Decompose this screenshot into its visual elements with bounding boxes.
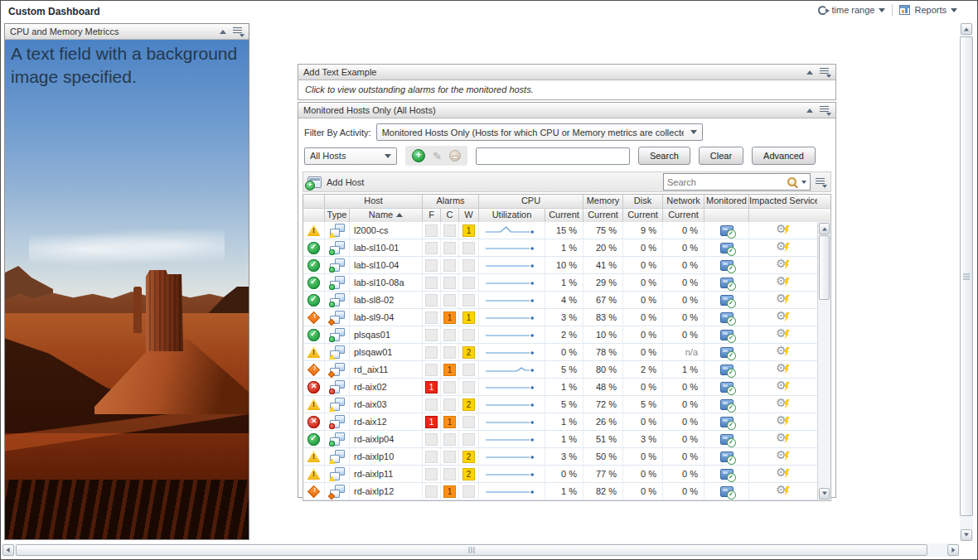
monitored-cell[interactable]	[704, 379, 749, 395]
add-host-icon[interactable]	[307, 176, 322, 188]
reports-menu[interactable]: Reports	[899, 5, 957, 15]
scroll-left-button[interactable]	[2, 544, 14, 556]
host-name[interactable]: lab-sl9-04	[350, 309, 423, 326]
cpu-utilization-sparkline[interactable]	[479, 222, 545, 239]
column-header-memory[interactable]: Memory	[583, 195, 623, 208]
monitored-cell[interactable]	[704, 396, 749, 413]
monitored-cell[interactable]	[704, 413, 749, 430]
column-header-utilization[interactable]: Utilization	[479, 209, 545, 222]
column-header-disk[interactable]: Disk	[623, 195, 663, 208]
search-icon[interactable]	[787, 176, 798, 188]
monitored-cell[interactable]	[704, 292, 749, 308]
table-row[interactable]: lab-sl9-04113 %83 %0 %0 %	[303, 309, 817, 326]
collapse-icon[interactable]	[806, 70, 813, 75]
fatal-alarm-cell[interactable]: 1	[423, 379, 441, 395]
edit-icon[interactable]	[433, 150, 442, 162]
vertical-scrollbar[interactable]	[960, 23, 973, 541]
panel-menu-icon[interactable]	[233, 27, 244, 36]
host-name[interactable]: rd-aix03	[350, 396, 423, 413]
table-row[interactable]: rd-aixlp041 %51 %3 %0 %	[303, 431, 817, 448]
cpu-utilization-sparkline[interactable]	[479, 413, 545, 430]
cpu-utilization-sparkline[interactable]	[479, 292, 545, 308]
critical-alarm-cell[interactable]: 1	[441, 413, 459, 430]
warning-alarm-cell[interactable]: 1	[459, 309, 479, 326]
warning-alarm-cell[interactable]: 2	[459, 344, 479, 360]
monitored-cell[interactable]	[704, 344, 749, 360]
collapse-icon[interactable]	[220, 30, 226, 34]
impacted-services-cell[interactable]	[749, 309, 817, 326]
scope-select[interactable]: All Hosts	[304, 147, 397, 165]
impacted-services-cell[interactable]	[749, 379, 817, 395]
warning-alarm-cell[interactable]: 2	[459, 396, 479, 413]
cpu-utilization-sparkline[interactable]	[479, 483, 545, 500]
table-row[interactable]: rd-aixlp1023 %50 %0 %0 %	[303, 448, 817, 466]
cpu-utilization-sparkline[interactable]	[479, 309, 545, 326]
column-header-cpu-current[interactable]: Current	[545, 209, 583, 222]
collapse-icon[interactable]	[806, 109, 813, 113]
scroll-up-button[interactable]	[961, 23, 972, 35]
scroll-down-button[interactable]	[961, 529, 972, 541]
table-row[interactable]: lab-sl10-0410 %41 %0 %0 %	[303, 257, 817, 274]
critical-alarm-cell[interactable]: 1	[441, 309, 459, 326]
impacted-services-cell[interactable]	[749, 344, 817, 360]
clear-button[interactable]: Clear	[699, 147, 743, 165]
cpu-utilization-sparkline[interactable]	[479, 448, 545, 465]
table-search-input[interactable]	[667, 177, 783, 187]
panel-menu-icon[interactable]	[820, 67, 830, 77]
host-name[interactable]: rd-aix12	[350, 413, 423, 430]
impacted-services-cell[interactable]	[749, 431, 817, 447]
table-menu-icon[interactable]	[816, 177, 826, 187]
warning-alarm-cell[interactable]: 2	[459, 448, 479, 465]
scrollbar-thumb[interactable]	[960, 36, 973, 516]
host-search-input[interactable]	[476, 147, 630, 165]
time-range-menu[interactable]: time range	[818, 5, 885, 15]
host-name[interactable]: rd-aix02	[350, 379, 423, 395]
impacted-services-cell[interactable]	[749, 257, 817, 273]
impacted-services-cell[interactable]	[749, 274, 817, 291]
table-row[interactable]: rd-aixlp1120 %77 %0 %0 %	[303, 466, 817, 483]
column-header-warning[interactable]: W	[459, 209, 479, 222]
warning-alarm-cell[interactable]: 1	[459, 222, 479, 239]
activity-filter-select[interactable]: Monitored Hosts Only (Hosts for which CP…	[376, 123, 703, 141]
warning-alarm-cell[interactable]: 2	[459, 466, 479, 482]
column-header-type[interactable]: Type	[325, 209, 350, 222]
impacted-services-cell[interactable]	[749, 483, 817, 500]
impacted-services-cell[interactable]	[749, 448, 817, 465]
alarm-link-text[interactable]: Click to view outstanding alarms for the…	[298, 80, 835, 99]
host-name[interactable]: rd-aixlp11	[350, 466, 423, 482]
panel-menu-icon[interactable]	[820, 105, 830, 115]
column-header-name[interactable]: Name	[350, 209, 423, 222]
add-host-button[interactable]: Add Host	[327, 177, 658, 187]
table-row[interactable]: rd-aix0211 %48 %0 %0 %	[303, 379, 817, 396]
column-header-critical[interactable]: C	[441, 209, 459, 222]
column-header-alarms[interactable]: Alarms	[423, 195, 479, 208]
column-header-impacted-services[interactable]: Impacted Services	[749, 195, 817, 208]
column-header-disk-current[interactable]: Current	[623, 209, 663, 222]
host-name[interactable]: rd-aixlp10	[350, 448, 423, 465]
cpu-utilization-sparkline[interactable]	[479, 257, 545, 273]
critical-alarm-cell[interactable]: 1	[441, 483, 459, 500]
cpu-utilization-sparkline[interactable]	[479, 466, 545, 482]
monitored-cell[interactable]	[704, 483, 749, 500]
scrollbar-thumb[interactable]	[16, 544, 927, 556]
impacted-services-cell[interactable]	[749, 326, 817, 343]
table-row[interactable]: plsqaw0120 %78 %0 %n/a	[303, 344, 817, 361]
table-row[interactable]: lab-sl8-024 %67 %0 %0 %	[303, 292, 817, 309]
column-header-network[interactable]: Network	[663, 195, 704, 208]
impacted-services-cell[interactable]	[749, 413, 817, 430]
monitored-cell[interactable]	[704, 361, 749, 378]
scroll-down-button[interactable]	[819, 488, 830, 500]
delete-icon[interactable]	[449, 150, 461, 162]
column-header-cpu[interactable]: CPU	[479, 195, 583, 208]
cpu-utilization-sparkline[interactable]	[479, 431, 545, 447]
host-name[interactable]: lab-sl10-01	[350, 239, 423, 256]
table-row[interactable]: l2000-cs115 %75 %9 %0 %	[303, 222, 817, 239]
monitored-cell[interactable]	[704, 431, 749, 447]
host-name[interactable]: plsqaw01	[350, 344, 423, 360]
chevron-down-icon[interactable]	[801, 181, 806, 184]
search-button[interactable]: Search	[638, 147, 690, 165]
table-row[interactable]: rd-aix0325 %72 %5 %0 %	[303, 396, 817, 413]
monitored-cell[interactable]	[704, 309, 749, 326]
table-row[interactable]: rd-aixlp1211 %82 %0 %0 %	[303, 483, 817, 500]
monitored-cell[interactable]	[704, 239, 749, 256]
